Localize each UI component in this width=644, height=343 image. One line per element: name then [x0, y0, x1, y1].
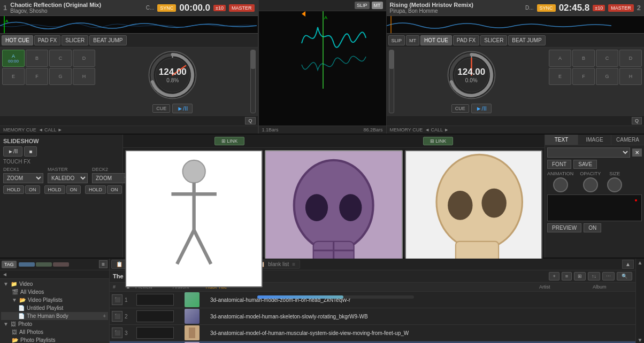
- th-album[interactable]: Album: [591, 283, 633, 291]
- slideshow-stop-btn[interactable]: ■: [24, 146, 37, 157]
- preview-screen: [547, 194, 642, 221]
- deck2-on-btn[interactable]: ON: [107, 185, 122, 194]
- add-playlist-icon[interactable]: +: [103, 313, 106, 319]
- deck1-pad-f[interactable]: F: [26, 68, 48, 85]
- deck2-mt-btn-ctrl[interactable]: MT: [406, 35, 419, 45]
- master-fx-select[interactable]: KALEIDO: [48, 173, 88, 183]
- slip-btn[interactable]: SLIP: [355, 2, 370, 9]
- sort-btn[interactable]: ↑↓: [588, 272, 600, 280]
- tree-item-photo[interactable]: ▼ 🖼 Photo: [1, 320, 108, 328]
- deck1-knob[interactable]: 124.00 0.8%: [147, 50, 198, 100]
- font-close-btn[interactable]: ✕: [632, 149, 642, 157]
- tree-item-all-videos[interactable]: 🎬 All Videos: [1, 288, 108, 296]
- deck2-hold-btn[interactable]: HOLD: [85, 185, 106, 194]
- deck1-cue-btn[interactable]: CUE: [152, 104, 170, 113]
- deck1-pad-d[interactable]: D: [73, 50, 95, 67]
- add-track-btn[interactable]: +: [549, 272, 559, 280]
- deck1-pad-c[interactable]: C: [49, 50, 72, 67]
- deck1-pad-h[interactable]: H: [73, 68, 95, 85]
- progress-bar[interactable]: [257, 295, 415, 299]
- video-link1-btn[interactable]: ⊞ LINK: [214, 137, 245, 145]
- master-on-btn[interactable]: ON: [66, 185, 81, 194]
- deck2-pad-g[interactable]: G: [596, 68, 618, 85]
- lib-view-btn[interactable]: ≡: [99, 260, 108, 268]
- lib-expand-btn[interactable]: ◄: [2, 271, 7, 277]
- deck1-pad-b[interactable]: B: [26, 50, 48, 67]
- deck1-q-btn[interactable]: Q: [245, 117, 255, 124]
- tree-item-all-photos[interactable]: 🖼 All Photos: [1, 328, 108, 336]
- deck2-pad-f[interactable]: F: [572, 68, 595, 85]
- deck1-pad-fx-btn[interactable]: PAD FX: [34, 35, 60, 45]
- tree-item-photo-playlists[interactable]: 📂 Photo Playlists: [1, 336, 108, 343]
- master-hold-btn[interactable]: HOLD: [44, 185, 65, 194]
- mt-btn[interactable]: MT: [372, 2, 383, 9]
- deck2-hot-cue-btn[interactable]: HOT CUE: [420, 35, 452, 45]
- deck2-slip-btn-ctrl[interactable]: SLIP: [388, 35, 405, 45]
- slideshow-play-btn[interactable]: ►/II: [3, 146, 22, 157]
- deck2-knob[interactable]: 124.00 0.0%: [446, 50, 497, 100]
- search-box[interactable]: 🔍: [617, 272, 632, 280]
- font-btn[interactable]: FONT: [547, 160, 571, 169]
- track3-load-btn[interactable]: ⬛: [112, 328, 122, 338]
- font-select[interactable]: [547, 147, 630, 158]
- deck2-pad-h[interactable]: H: [619, 68, 642, 85]
- deck1-fx-select[interactable]: ZOOM: [3, 173, 43, 183]
- deck1-pad-a[interactable]: A 00:00: [2, 50, 25, 67]
- animation-knob[interactable]: [553, 177, 568, 192]
- video-link2-btn[interactable]: ⊞ LINK: [423, 137, 454, 145]
- options-btn[interactable]: ⋯: [602, 272, 615, 280]
- deck2-cue-btn[interactable]: CUE: [451, 104, 469, 113]
- deck2-pad-b[interactable]: B: [572, 50, 595, 67]
- deck2-pad-e[interactable]: E: [549, 68, 571, 85]
- deck1-play-btn[interactable]: ►/II: [172, 104, 193, 113]
- size-knob[interactable]: [607, 177, 622, 192]
- on-btn[interactable]: ON: [584, 223, 601, 232]
- deck2-pad-c[interactable]: C: [596, 50, 618, 67]
- thumbnail-1[interactable]: [125, 150, 263, 287]
- svg-text:A: A: [324, 15, 327, 20]
- track-row-2[interactable]: ⬛ 2 3d-anatomical-model-human-skeleton-s…: [110, 308, 635, 325]
- deck1-master-btn[interactable]: MASTER: [229, 4, 255, 12]
- save-btn[interactable]: SAVE: [573, 160, 597, 169]
- deck1-pad-e[interactable]: E: [2, 68, 25, 85]
- deck2-pad-fx-btn[interactable]: PAD FX: [453, 35, 479, 45]
- deck1-fx-label: DECK1: [3, 167, 43, 172]
- scrollbar-right[interactable]: ▲ ▼: [635, 259, 644, 343]
- image-tab[interactable]: IMAGE: [578, 135, 611, 145]
- tab4-close[interactable]: ≡: [292, 261, 295, 267]
- text-tab[interactable]: TEXT: [545, 135, 578, 145]
- deck2-sync-btn[interactable]: SYNC: [537, 4, 556, 12]
- tree-item-human-body[interactable]: 📄 The Human Body +: [1, 312, 108, 320]
- track1-load-btn[interactable]: ⬛: [112, 294, 122, 305]
- tag-btn[interactable]: TAG: [2, 261, 17, 268]
- th-artist[interactable]: Artist: [537, 283, 591, 291]
- track-row-1[interactable]: ⬛ 1 3d-anatomical-human-model-zoom-in-on…: [110, 292, 635, 308]
- deck1-beat-jump-btn[interactable]: BEAT JUMP: [89, 35, 126, 45]
- tree-item-untitled[interactable]: 📄 Untitled Playlist: [1, 304, 108, 312]
- tree-item-videos[interactable]: ▼ 📁 Video: [1, 280, 108, 288]
- deck2-master-btn[interactable]: MASTER: [608, 4, 634, 12]
- track2-load-btn[interactable]: ⬛: [112, 311, 122, 322]
- grid-view-btn[interactable]: ⊞: [574, 272, 586, 280]
- scroll-up-btn[interactable]: ▲: [622, 260, 634, 269]
- opacity-knob[interactable]: [583, 177, 598, 192]
- deck1-pitch-slider[interactable]: [250, 50, 256, 113]
- deck1-pad-g[interactable]: G: [49, 68, 72, 85]
- deck1-hold-btn[interactable]: HOLD: [3, 185, 24, 194]
- deck1-on-btn[interactable]: ON: [25, 185, 40, 194]
- preview-btn[interactable]: PREVIEW: [547, 223, 581, 232]
- deck2-q-btn[interactable]: Q: [632, 117, 642, 124]
- deck2-play-btn[interactable]: ►/II: [471, 104, 492, 113]
- deck2-slicer-btn[interactable]: SLICER: [480, 35, 507, 45]
- deck2-pitch-slider[interactable]: [389, 50, 394, 113]
- camera-tab[interactable]: CAMERA: [611, 135, 644, 145]
- deck1-sync-btn[interactable]: SYNC: [157, 4, 176, 12]
- track-row-3[interactable]: ⬛ 3 3d-anatomical-model-of-human-muscula…: [110, 325, 635, 341]
- deck2-beat-jump-btn[interactable]: BEAT JUMP: [508, 35, 545, 45]
- deck2-pad-d[interactable]: D: [619, 50, 642, 67]
- deck2-pad-a[interactable]: A: [549, 50, 571, 67]
- tree-item-video-playlists[interactable]: ▼ 📂 Video Playlists: [1, 296, 108, 304]
- deck1-slicer-btn[interactable]: SLICER: [62, 35, 88, 45]
- list-view-btn[interactable]: ≡: [562, 272, 572, 280]
- deck1-hot-cue-btn[interactable]: HOT CUE: [2, 35, 33, 45]
